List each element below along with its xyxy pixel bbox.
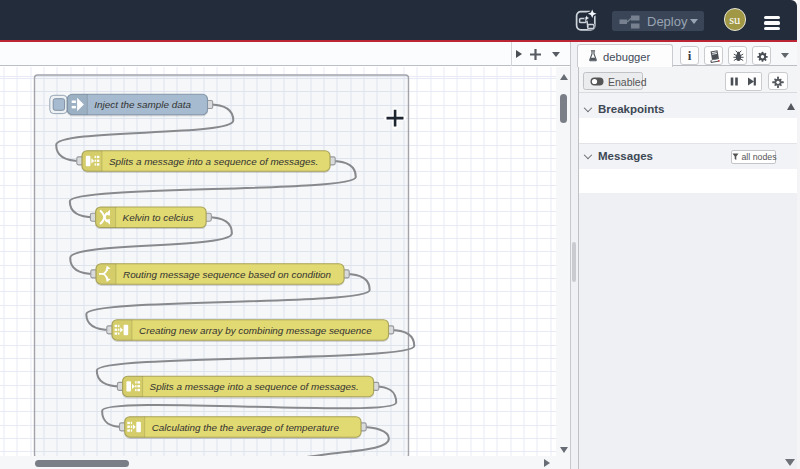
svg-text:Calculating the the average of: Calculating the the average of temperatu… [152, 422, 340, 433]
svg-text:Inject the sample data: Inject the sample data [94, 99, 191, 110]
svg-text:Routing message sequence based: Routing message sequence based on condit… [123, 269, 332, 280]
svg-text:Splits a message into a sequen: Splits a message into a sequence of mess… [109, 156, 318, 167]
svg-text:Creating new array by combinin: Creating new array by combining message … [139, 325, 372, 336]
svg-text:Kelvin to celcius: Kelvin to celcius [123, 212, 194, 223]
svg-text:Splits a message into a sequen: Splits a message into a sequence of mess… [150, 381, 359, 392]
